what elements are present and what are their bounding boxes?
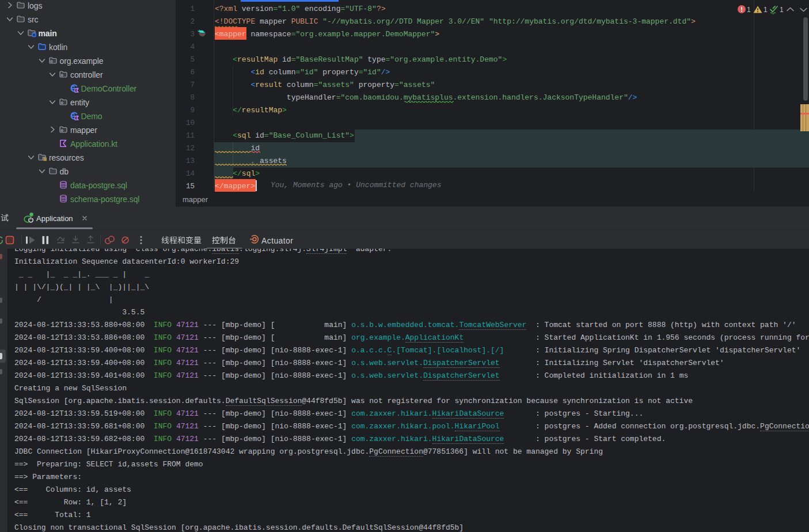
- svg-text:1: 1: [780, 6, 784, 14]
- svg-text:1: 1: [764, 6, 768, 14]
- svg-text:1: 1: [747, 6, 751, 14]
